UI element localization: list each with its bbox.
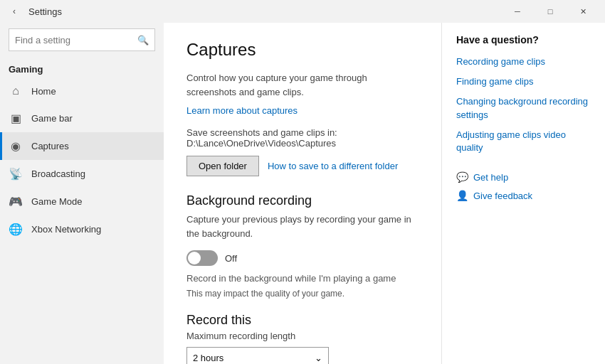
help-link-1[interactable]: Finding game clips: [456, 75, 591, 88]
chevron-down-icon: ⌄: [315, 353, 322, 363]
sidebar-item-home[interactable]: ⌂ Home: [0, 77, 164, 105]
main-content: Captures Control how you capture your ga…: [164, 23, 441, 364]
learn-more-link[interactable]: Learn more about captures: [186, 105, 298, 116]
search-icon: 🔍: [137, 35, 149, 46]
help-links: Recording game clips Finding game clips …: [456, 55, 591, 154]
page-title: Captures: [186, 40, 419, 60]
window-title: Settings: [28, 6, 501, 17]
how-to-save-link[interactable]: How to save to a different folder: [268, 161, 398, 171]
sidebar: 🔍 Gaming ⌂ Home ▣ Game bar ◉ Captures 📡 …: [0, 23, 164, 364]
minimize-button[interactable]: ─: [501, 0, 534, 23]
sidebar-item-gamemode[interactable]: 🎮 Game Mode: [0, 188, 164, 215]
recording-length-select[interactable]: 2 hours ⌄: [186, 347, 329, 365]
get-help-icon: 💬: [456, 171, 468, 183]
recording-length-value: 2 hours: [193, 353, 223, 363]
toggle-off-label: Off: [225, 253, 237, 264]
app-body: 🔍 Gaming ⌂ Home ▣ Game bar ◉ Captures 📡 …: [0, 23, 605, 364]
record-this-title: Record this: [186, 313, 419, 328]
sidebar-item-captures[interactable]: ◉ Captures: [0, 132, 164, 160]
sidebar-section-label: Gaming: [0, 60, 164, 77]
captures-icon: ◉: [9, 139, 23, 153]
sidebar-item-gamebar-label: Game bar: [31, 113, 73, 124]
sidebar-item-broadcasting-label: Broadcasting: [31, 168, 85, 179]
toggle-knob: [188, 252, 201, 264]
main-description: Control how you capture your game throug…: [186, 71, 419, 99]
help-link-2[interactable]: Changing background recording settings: [456, 95, 591, 121]
gamemode-icon: 🎮: [9, 195, 23, 208]
background-recording-toggle[interactable]: [186, 250, 218, 266]
title-bar: ‹ Settings ─ □ ✕: [0, 0, 605, 23]
sidebar-item-gamemode-label: Game Mode: [31, 196, 83, 207]
record-sub-label: Maximum recording length: [186, 331, 419, 341]
feedback-icon: 👤: [456, 190, 468, 201]
maximize-button[interactable]: □: [534, 0, 567, 23]
gamebar-icon: ▣: [9, 112, 23, 125]
back-button[interactable]: ‹: [6, 3, 23, 20]
sidebar-item-xbox-networking[interactable]: 🌐 Xbox Networking: [0, 215, 164, 243]
help-title: Have a question?: [456, 34, 591, 46]
xbox-networking-icon: 🌐: [9, 223, 23, 236]
impact-text: This may impact the quality of your game…: [186, 289, 419, 299]
background-toggle-row: Off: [186, 250, 419, 266]
feedback-link[interactable]: Give feedback: [473, 191, 532, 201]
right-panel: Have a question? Recording game clips Fi…: [441, 23, 605, 364]
broadcasting-icon: 📡: [9, 167, 23, 181]
get-help-link[interactable]: Get help: [473, 172, 508, 183]
feedback-row[interactable]: 👤 Give feedback: [456, 190, 591, 201]
open-folder-button[interactable]: Open folder: [186, 156, 259, 176]
sidebar-item-home-label: Home: [31, 86, 56, 97]
save-path: Save screenshots and game clips in: D:\L…: [186, 127, 419, 149]
home-icon: ⌂: [9, 85, 23, 97]
sidebar-item-broadcasting[interactable]: 📡 Broadcasting: [0, 160, 164, 188]
background-recording-desc: Capture your previous plays by recording…: [186, 213, 419, 240]
window-controls: ─ □ ✕: [501, 0, 599, 23]
search-input[interactable]: [15, 35, 137, 46]
help-link-3[interactable]: Adjusting game clips video quality: [456, 129, 591, 154]
close-button[interactable]: ✕: [567, 0, 599, 23]
get-help-row[interactable]: 💬 Get help: [456, 171, 591, 183]
sidebar-item-xbox-networking-label: Xbox Networking: [31, 224, 101, 235]
search-box[interactable]: 🔍: [9, 28, 155, 51]
background-recording-title: Background recording: [186, 193, 419, 208]
toggle-row-label: Record in the background while I'm playi…: [186, 272, 419, 286]
sidebar-item-captures-label: Captures: [31, 141, 69, 151]
sidebar-item-gamebar[interactable]: ▣ Game bar: [0, 105, 164, 132]
folder-button-row: Open folder How to save to a different f…: [186, 156, 419, 176]
help-link-0[interactable]: Recording game clips: [456, 55, 591, 68]
